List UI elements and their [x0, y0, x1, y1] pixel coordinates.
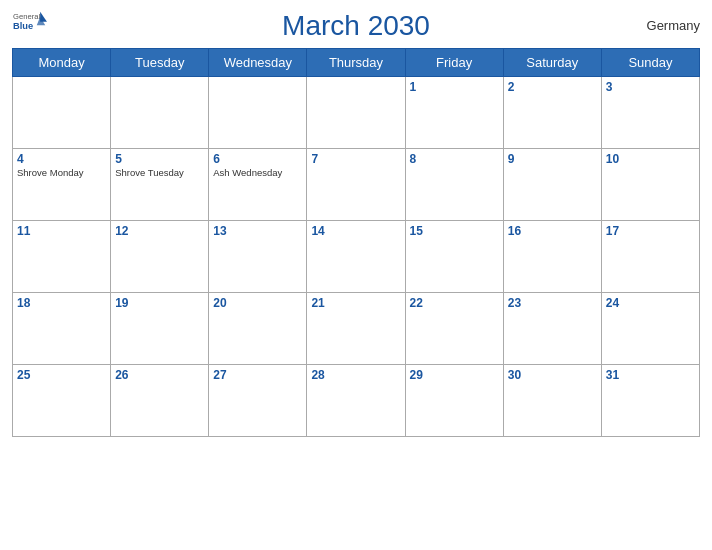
day-number: 12	[115, 224, 204, 238]
calendar-body: 1234Shrove Monday5Shrove Tuesday6Ash Wed…	[13, 77, 700, 437]
svg-text:Blue: Blue	[13, 21, 33, 31]
calendar-cell: 28	[307, 365, 405, 437]
day-number: 23	[508, 296, 597, 310]
calendar-cell	[13, 77, 111, 149]
header-monday: Monday	[13, 49, 111, 77]
day-number: 10	[606, 152, 695, 166]
calendar-cell: 10	[601, 149, 699, 221]
calendar-cell: 17	[601, 221, 699, 293]
day-number: 20	[213, 296, 302, 310]
calendar-cell: 19	[111, 293, 209, 365]
calendar-cell	[111, 77, 209, 149]
calendar-cell: 26	[111, 365, 209, 437]
week-row-1: 123	[13, 77, 700, 149]
calendar-cell: 2	[503, 77, 601, 149]
holiday-name: Shrove Tuesday	[115, 167, 204, 178]
calendar-cell: 14	[307, 221, 405, 293]
day-number: 24	[606, 296, 695, 310]
logo: General Blue	[12, 10, 48, 32]
day-number: 19	[115, 296, 204, 310]
calendar-cell: 20	[209, 293, 307, 365]
calendar-cell: 27	[209, 365, 307, 437]
day-number: 9	[508, 152, 597, 166]
calendar-header: General Blue March 2030 Germany	[12, 10, 700, 42]
day-number: 14	[311, 224, 400, 238]
logo-icon: General Blue	[12, 10, 48, 32]
calendar-cell: 12	[111, 221, 209, 293]
calendar-cell: 5Shrove Tuesday	[111, 149, 209, 221]
day-number: 1	[410, 80, 499, 94]
calendar-cell: 13	[209, 221, 307, 293]
holiday-name: Shrove Monday	[17, 167, 106, 178]
calendar-cell: 4Shrove Monday	[13, 149, 111, 221]
header-thursday: Thursday	[307, 49, 405, 77]
day-number: 29	[410, 368, 499, 382]
header-wednesday: Wednesday	[209, 49, 307, 77]
day-number: 2	[508, 80, 597, 94]
calendar-grid: Monday Tuesday Wednesday Thursday Friday…	[12, 48, 700, 437]
country-label: Germany	[647, 18, 700, 33]
calendar-cell: 31	[601, 365, 699, 437]
day-number: 18	[17, 296, 106, 310]
calendar-cell: 22	[405, 293, 503, 365]
calendar-cell: 16	[503, 221, 601, 293]
calendar-cell: 11	[13, 221, 111, 293]
day-number: 22	[410, 296, 499, 310]
calendar-cell: 29	[405, 365, 503, 437]
calendar-cell: 1	[405, 77, 503, 149]
calendar-cell: 9	[503, 149, 601, 221]
calendar-container: General Blue March 2030 Germany Monday T…	[0, 0, 712, 550]
day-number: 21	[311, 296, 400, 310]
header-tuesday: Tuesday	[111, 49, 209, 77]
title-area: March 2030	[282, 10, 430, 42]
calendar-cell: 7	[307, 149, 405, 221]
header-sunday: Sunday	[601, 49, 699, 77]
calendar-title: March 2030	[282, 10, 430, 42]
calendar-cell: 25	[13, 365, 111, 437]
week-row-5: 25262728293031	[13, 365, 700, 437]
day-number: 3	[606, 80, 695, 94]
day-number: 11	[17, 224, 106, 238]
day-number: 5	[115, 152, 204, 166]
calendar-cell: 21	[307, 293, 405, 365]
week-row-2: 4Shrove Monday5Shrove Tuesday6Ash Wednes…	[13, 149, 700, 221]
day-number: 30	[508, 368, 597, 382]
holiday-name: Ash Wednesday	[213, 167, 302, 178]
day-number: 15	[410, 224, 499, 238]
day-number: 31	[606, 368, 695, 382]
calendar-cell: 30	[503, 365, 601, 437]
day-number: 16	[508, 224, 597, 238]
day-number: 25	[17, 368, 106, 382]
day-number: 17	[606, 224, 695, 238]
day-number: 7	[311, 152, 400, 166]
weekday-header-row: Monday Tuesday Wednesday Thursday Friday…	[13, 49, 700, 77]
calendar-cell: 24	[601, 293, 699, 365]
day-number: 26	[115, 368, 204, 382]
day-number: 28	[311, 368, 400, 382]
calendar-cell: 18	[13, 293, 111, 365]
calendar-cell: 3	[601, 77, 699, 149]
day-number: 27	[213, 368, 302, 382]
calendar-cell	[209, 77, 307, 149]
day-number: 13	[213, 224, 302, 238]
header-friday: Friday	[405, 49, 503, 77]
day-number: 6	[213, 152, 302, 166]
calendar-cell: 23	[503, 293, 601, 365]
calendar-cell	[307, 77, 405, 149]
calendar-cell: 15	[405, 221, 503, 293]
week-row-4: 18192021222324	[13, 293, 700, 365]
day-number: 4	[17, 152, 106, 166]
calendar-cell: 8	[405, 149, 503, 221]
week-row-3: 11121314151617	[13, 221, 700, 293]
header-saturday: Saturday	[503, 49, 601, 77]
calendar-cell: 6Ash Wednesday	[209, 149, 307, 221]
day-number: 8	[410, 152, 499, 166]
